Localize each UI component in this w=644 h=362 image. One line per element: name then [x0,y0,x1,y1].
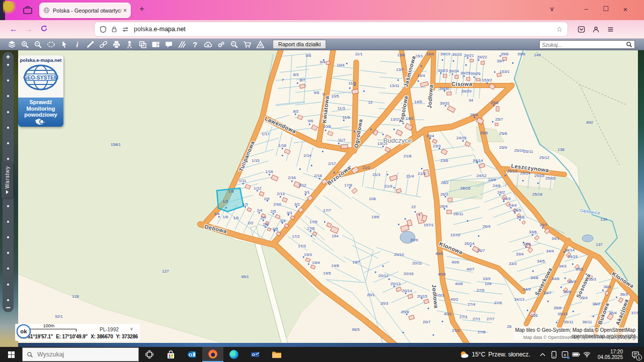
panels-icon[interactable] [149,39,162,49]
chevron-down-icon[interactable]: ∨ [130,326,133,331]
outlook-icon[interactable]: O [181,347,202,362]
phone-link-icon[interactable] [548,347,559,362]
ime-language-icon[interactable]: e [559,347,571,362]
microsoft-store-icon[interactable] [160,347,181,362]
forward-button[interactable]: → [21,25,36,34]
edge-icon[interactable] [223,347,245,362]
url-bar[interactable]: polska.e-mapa.net ☆ [95,22,568,36]
address-point [325,130,327,131]
wifi-icon[interactable] [582,347,593,362]
parcel-label: 9/5 [313,90,319,95]
back-button[interactable]: ← [6,25,21,34]
zoom-out-icon[interactable] [31,39,44,49]
notification-center-icon[interactable]: 1 [627,347,644,362]
parcel-label: 153/2 [482,78,493,82]
zoom-in-button[interactable]: + [6,52,11,62]
permissions-icon[interactable] [122,26,129,33]
address-point [405,218,406,220]
firefox-view-icon[interactable] [23,6,32,14]
address-point [532,234,533,236]
parcel-label: 139 [600,217,607,222]
parcel-label: 19/8 [331,263,339,268]
maximize-button[interactable]: ☐ [598,5,613,13]
zoom-in-icon[interactable] [18,39,31,49]
url-text[interactable]: polska.e-mapa.net [134,26,556,33]
ok-button[interactable]: ok [17,324,31,338]
close-button[interactable]: × [618,5,633,14]
parcel-label: 25/12 [539,155,550,160]
bookmark-star-icon[interactable]: ☆ [556,25,562,33]
measure-icon[interactable] [84,39,97,49]
map-canvas[interactable]: 8/69/410/411/113/815/116/939/1939/2039/2… [18,50,638,343]
parcel-label: 158/1 [111,142,121,147]
address-point [565,278,566,279]
warning-icon[interactable]: A [254,39,267,49]
info-icon[interactable]: i [70,39,84,49]
address-point [346,63,348,64]
search-ext-icon[interactable] [227,39,240,49]
start-button[interactable] [0,347,22,362]
cloud-icon[interactable] [201,39,214,49]
building [326,61,331,64]
parcel-label: 2/12 [298,183,306,188]
list-tabs-icon[interactable]: ∨ [544,5,559,13]
link-icon[interactable] [97,39,110,49]
geoportal-logo-panel[interactable]: polska.e-mapa.net GEO-SYSTEM Sprawdź Mon… [18,55,63,127]
menu-icon[interactable] [607,26,614,33]
help-icon[interactable]: ? [188,39,201,49]
map-search-box[interactable] [539,40,635,49]
parcel-label: 11/5 [349,81,357,85]
weather-widget[interactable]: 15°C Przew. słonecz. [460,350,530,358]
new-tab-button[interactable]: + [136,4,148,14]
print-icon[interactable] [110,39,123,49]
pointer-icon[interactable] [57,39,70,49]
minimize-button[interactable]: – [579,5,594,13]
layers-panel-tab[interactable]: Warstwy [2,162,13,198]
parcel-label: 19/6 [371,215,379,219]
flood-monitoring-banner[interactable]: Sprawdź Monitoring powodziowy [18,98,63,127]
cart-icon[interactable] [240,39,254,49]
select-area-icon[interactable] [44,39,57,49]
browser-tab[interactable]: Polska - Geoportal otwartych d… × [39,3,131,18]
file-explorer-icon[interactable] [266,347,287,362]
taskbar-search-input[interactable] [37,351,123,358]
frames-icon[interactable] [136,39,149,49]
parcel-label: 2/16 [288,175,296,180]
account-icon[interactable] [592,26,600,33]
zoom-out-button[interactable]: − [6,303,10,312]
slope-icon[interactable] [175,39,188,49]
address-point [324,221,326,223]
report-parcel-button[interactable]: Raport dla działki [273,40,326,49]
shield-icon[interactable] [100,26,107,33]
comment-icon[interactable] [162,39,175,49]
firefox-icon-active[interactable] [202,347,223,362]
crs-selector[interactable]: PL-1992 [100,327,119,332]
address-point [537,183,539,184]
battery-icon[interactable] [571,347,582,362]
search-icon[interactable] [626,41,632,48]
outlook-classic-icon[interactable]: O [245,347,266,362]
lock-icon[interactable] [111,26,117,33]
tab-close-icon[interactable]: × [123,7,127,14]
parcel-label: 11/6 [343,115,351,120]
parcel-label: 13/7 [396,67,404,72]
task-view-button[interactable] [139,347,160,362]
parcel-label: 17/2 [292,234,300,239]
parcel-label: 24/15 [456,136,467,140]
pocket-icon[interactable] [578,26,585,33]
parcel-label: 34/9 [523,287,531,292]
taskbar-clock[interactable]: 17:20 04.05.2025 [598,349,623,360]
layers-icon[interactable] [5,39,18,49]
tray-expand-icon[interactable] [537,347,548,362]
parcel-label: 25/9 [499,145,507,150]
streetview-icon[interactable] [123,39,136,49]
settings-icon[interactable] [214,39,227,49]
taskbar-search-box[interactable] [22,347,139,361]
address-point [309,124,310,125]
parcel-label: 27/7 [487,317,495,321]
map-search-input[interactable] [542,42,626,48]
map-status-panel: 100m PL-1992 ∨ N: 51°19'57.1"E: 17°10'49… [15,324,140,341]
expand-arrow-icon [6,190,9,194]
reload-button[interactable] [36,25,51,34]
parcel-label: 24/9 [488,177,496,182]
